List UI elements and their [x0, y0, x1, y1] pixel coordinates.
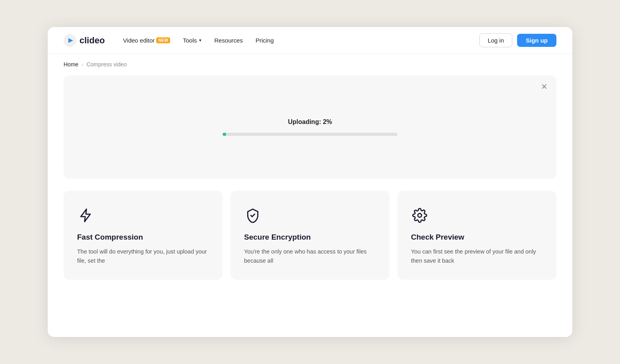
feature-title-check-preview: Check Preview: [411, 233, 543, 242]
logo-icon: [64, 34, 76, 47]
upload-status-text: Uploading:: [288, 118, 323, 125]
lightning-icon: [77, 207, 95, 224]
feature-desc-check-preview: You can first see the preview of your fi…: [411, 247, 543, 265]
breadcrumb-separator: ›: [81, 62, 83, 68]
chevron-down-icon: ▾: [199, 38, 202, 43]
feature-desc-secure-encryption: You're the only one who has access to yo…: [244, 247, 376, 265]
nav-auth: Log in Sign up: [479, 33, 556, 47]
upload-box: ✕ Uploading: 2%: [64, 76, 556, 179]
breadcrumb-current: Compress video: [87, 61, 127, 68]
signup-button[interactable]: Sign up: [517, 34, 556, 47]
login-button[interactable]: Log in: [479, 33, 512, 47]
close-button[interactable]: ✕: [541, 83, 548, 91]
progress-bar-container: [223, 133, 397, 136]
feature-card-fast-compression: Fast Compression The tool will do everyt…: [64, 191, 223, 280]
feature-title-fast-compression: Fast Compression: [77, 233, 209, 242]
features-section: Fast Compression The tool will do everyt…: [48, 187, 572, 292]
nav-item-tools[interactable]: Tools ▾: [177, 35, 207, 46]
upload-status: Uploading: 2%: [288, 118, 332, 126]
feature-card-secure-encryption: Secure Encryption You're the only one wh…: [231, 191, 389, 280]
breadcrumb: Home › Compress video: [48, 54, 572, 72]
upload-percent: 2%: [323, 118, 332, 125]
feature-card-check-preview: Check Preview You can first see the prev…: [397, 191, 556, 280]
feature-desc-fast-compression: The tool will do everything for you, jus…: [77, 247, 209, 265]
nav-badge-new: NEW: [156, 37, 170, 43]
logo-text: clideo: [79, 35, 105, 46]
nav-item-label: Video editor: [123, 37, 155, 44]
logo[interactable]: clideo: [64, 34, 105, 47]
nav-item-label: Resources: [214, 37, 243, 44]
shield-check-icon: [244, 207, 262, 224]
nav-item-video-editor[interactable]: Video editor NEW: [118, 35, 176, 46]
nav-links: Video editor NEW Tools ▾ Resources Prici…: [118, 35, 467, 46]
navbar: clideo Video editor NEW Tools ▾ Resource…: [48, 27, 572, 54]
breadcrumb-home[interactable]: Home: [64, 61, 78, 68]
feature-title-secure-encryption: Secure Encryption: [244, 233, 376, 242]
progress-bar-fill: [223, 133, 226, 136]
nav-item-label: Pricing: [256, 37, 274, 44]
nav-item-pricing[interactable]: Pricing: [250, 35, 279, 46]
nav-item-label: Tools: [183, 37, 197, 44]
main-window: clideo Video editor NEW Tools ▾ Resource…: [48, 27, 572, 337]
gear-icon: [411, 207, 428, 224]
svg-point-2: [418, 213, 422, 217]
upload-section: ✕ Uploading: 2%: [48, 72, 572, 187]
nav-item-resources[interactable]: Resources: [209, 35, 248, 46]
